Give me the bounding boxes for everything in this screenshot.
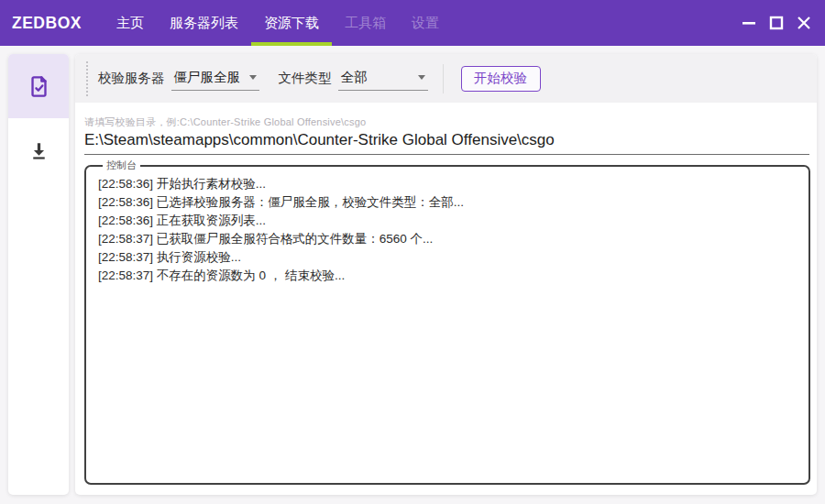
titlebar: ZEDBOX 主页 服务器列表 资源下载 工具箱 设置 — [0, 0, 825, 46]
close-icon — [797, 16, 811, 30]
maximize-icon — [769, 16, 784, 30]
tab-toolbox[interactable]: 工具箱 — [332, 0, 399, 46]
server-select[interactable]: 僵尸服全服 — [171, 67, 259, 91]
window-controls — [735, 9, 818, 37]
start-verify-button[interactable]: 开始校验 — [461, 66, 541, 92]
filetype-select[interactable]: 全部 — [338, 67, 428, 91]
file-check-icon — [27, 74, 51, 99]
path-input-hint: 请填写校验目录，例:C:\Counter-Strike Global Offen… — [84, 115, 809, 129]
chevron-down-icon — [418, 75, 425, 80]
minimize-button[interactable] — [735, 9, 763, 37]
server-select-label: 校验服务器 — [98, 70, 165, 87]
close-button[interactable] — [790, 9, 818, 37]
toolbar-divider — [443, 64, 444, 93]
sidebar-item-verify[interactable] — [8, 54, 69, 118]
console-log-line: [22:58:36] 开始执行素材校验... — [98, 175, 798, 193]
path-section: 请填写校验目录，例:C:\Counter-Strike Global Offen… — [84, 115, 809, 155]
sidebar — [8, 54, 69, 495]
app-logo: ZEDBOX — [12, 14, 82, 33]
tab-home[interactable]: 主页 — [104, 0, 157, 46]
toolbar-drag-handle[interactable] — [85, 60, 90, 97]
console-log-line: [22:58:37] 执行资源校验... — [98, 248, 798, 267]
main-panel: 校验服务器 僵尸服全服 文件类型 全部 开始校验 请填写校验目录，例:C:\Co… — [75, 54, 817, 495]
tab-settings[interactable]: 设置 — [399, 0, 452, 46]
nav-tabs: 主页 服务器列表 资源下载 工具箱 设置 — [104, 0, 452, 46]
console-panel[interactable]: 控制台 [22:58:36] 开始执行素材校验... [22:58:36] 已选… — [84, 159, 810, 485]
tab-resource-download[interactable]: 资源下载 — [251, 0, 332, 46]
verify-toolbar: 校验服务器 僵尸服全服 文件类型 全部 开始校验 — [75, 54, 817, 103]
minimize-icon — [742, 16, 756, 30]
console-log-line: [22:58:37] 已获取僵尸服全服符合格式的文件数量：6560 个... — [98, 230, 798, 248]
filetype-select-label: 文件类型 — [279, 70, 332, 87]
maximize-button[interactable] — [763, 9, 790, 37]
tab-server-list[interactable]: 服务器列表 — [157, 0, 251, 46]
chevron-down-icon — [249, 75, 257, 80]
server-select-value: 僵尸服全服 — [174, 69, 241, 86]
download-icon — [28, 140, 50, 161]
path-input[interactable]: E:\Steam\steamapps\common\Counter-Strike… — [84, 131, 809, 155]
console-legend: 控制台 — [103, 159, 140, 172]
console-log-line: [22:58:36] 已选择校验服务器：僵尸服全服，校验文件类型：全部... — [98, 193, 798, 212]
console-log-line: [22:58:36] 正在获取资源列表... — [98, 212, 798, 230]
console-log-line: [22:58:37] 不存在的资源数为 0 ， 结束校验... — [98, 267, 798, 285]
sidebar-item-download[interactable] — [8, 118, 69, 182]
filetype-select-value: 全部 — [341, 69, 368, 86]
